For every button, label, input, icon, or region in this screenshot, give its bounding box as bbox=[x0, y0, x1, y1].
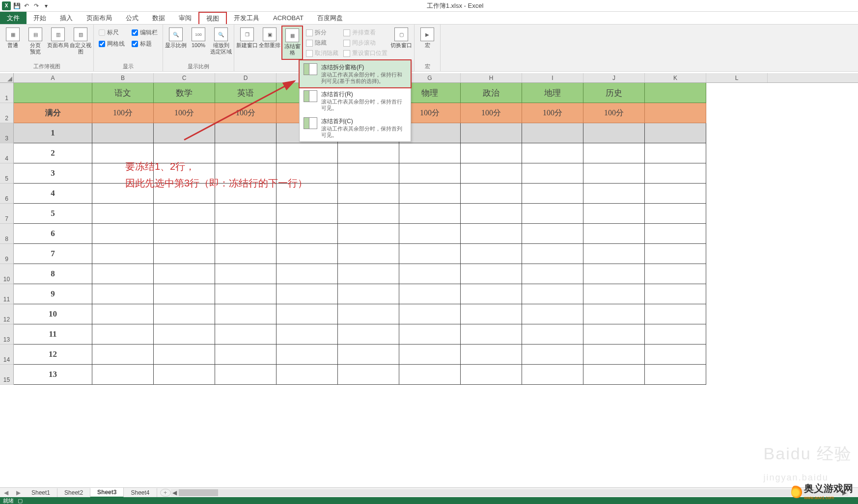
cell[interactable] bbox=[583, 163, 645, 184]
cell[interactable] bbox=[583, 143, 645, 163]
row-header[interactable]: 12 bbox=[0, 304, 14, 324]
switch-window-button[interactable]: ▢切换窗口 bbox=[390, 26, 412, 60]
sync-scroll-button[interactable]: 同步滚动 bbox=[343, 39, 387, 47]
zoom-button[interactable]: 🔍显示比例 bbox=[165, 26, 187, 60]
cell[interactable] bbox=[338, 244, 399, 264]
row-header[interactable]: 4 bbox=[0, 143, 14, 163]
qat-more-icon[interactable]: ▾ bbox=[42, 2, 50, 10]
cell[interactable] bbox=[215, 284, 277, 304]
row-header[interactable]: 6 bbox=[0, 184, 14, 204]
cell[interactable] bbox=[522, 365, 583, 385]
cell[interactable]: 7 bbox=[14, 244, 92, 264]
cell[interactable] bbox=[399, 324, 461, 345]
row-header[interactable]: 9 bbox=[0, 244, 14, 264]
cell[interactable] bbox=[522, 345, 583, 365]
cell[interactable]: 10 bbox=[14, 304, 92, 324]
cell[interactable]: 9 bbox=[14, 284, 92, 304]
row-header[interactable]: 5 bbox=[0, 163, 14, 184]
cell[interactable]: 100分 bbox=[92, 103, 154, 123]
cell[interactable] bbox=[461, 264, 522, 284]
cell[interactable] bbox=[645, 204, 706, 224]
cell[interactable] bbox=[338, 184, 399, 204]
row[interactable]: 1412 bbox=[0, 345, 858, 365]
row[interactable]: 1语文数学英语物理政治地理历史 bbox=[0, 83, 858, 103]
cell[interactable] bbox=[461, 345, 522, 365]
tab-insert[interactable]: 插入 bbox=[53, 12, 80, 24]
cell[interactable] bbox=[522, 264, 583, 284]
cell[interactable]: 3 bbox=[14, 163, 92, 184]
cell[interactable] bbox=[338, 224, 399, 244]
cell[interactable] bbox=[583, 204, 645, 224]
cell[interactable] bbox=[338, 284, 399, 304]
sheet-tab-3[interactable]: Sheet3 bbox=[90, 488, 124, 498]
cell[interactable] bbox=[583, 324, 645, 345]
cell[interactable] bbox=[399, 204, 461, 224]
cell[interactable] bbox=[461, 163, 522, 184]
hide-button[interactable]: 隐藏 bbox=[306, 39, 338, 47]
row-header[interactable]: 15 bbox=[0, 365, 14, 385]
cell[interactable] bbox=[399, 143, 461, 163]
row[interactable]: 86 bbox=[0, 224, 858, 244]
col-header-C[interactable]: C bbox=[154, 73, 215, 82]
formula-bar-checkbox[interactable]: 编辑栏 bbox=[132, 28, 158, 37]
sheet-nav-prev[interactable]: ◀ bbox=[0, 489, 12, 496]
cell[interactable] bbox=[645, 103, 706, 123]
cell[interactable]: 1 bbox=[14, 123, 92, 143]
new-window-button[interactable]: ❐新建窗口 bbox=[236, 26, 258, 60]
cell[interactable] bbox=[338, 304, 399, 324]
cell[interactable] bbox=[338, 365, 399, 385]
cell[interactable] bbox=[338, 345, 399, 365]
col-header-D[interactable]: D bbox=[215, 73, 277, 82]
cell[interactable] bbox=[92, 304, 154, 324]
cell[interactable] bbox=[92, 244, 154, 264]
cell[interactable] bbox=[645, 365, 706, 385]
cell[interactable] bbox=[92, 224, 154, 244]
col-header-B[interactable]: B bbox=[92, 73, 154, 82]
freeze-top-row-item[interactable]: 冻结首行(R)滚动工作表其余部分时，保持首行可见。 bbox=[300, 87, 411, 114]
cell[interactable] bbox=[92, 204, 154, 224]
cell[interactable] bbox=[338, 163, 399, 184]
row-header[interactable]: 11 bbox=[0, 284, 14, 304]
freeze-panes-button[interactable]: ▦冻结窗格 bbox=[281, 26, 303, 60]
row[interactable]: 31 bbox=[0, 123, 858, 143]
cell[interactable] bbox=[399, 224, 461, 244]
cell[interactable] bbox=[461, 123, 522, 143]
zoom-selection-button[interactable]: 🔍缩放到 选定区域 bbox=[210, 26, 232, 60]
cell[interactable] bbox=[154, 304, 215, 324]
cell[interactable] bbox=[399, 284, 461, 304]
cell[interactable] bbox=[154, 284, 215, 304]
cell[interactable]: 100分 bbox=[154, 103, 215, 123]
row-header[interactable]: 2 bbox=[0, 103, 14, 123]
cell[interactable] bbox=[215, 345, 277, 365]
cell[interactable] bbox=[338, 204, 399, 224]
sheet-nav-next[interactable]: ▶ bbox=[12, 489, 25, 496]
scroll-left-icon[interactable]: ◀ bbox=[171, 489, 179, 496]
cell[interactable] bbox=[583, 224, 645, 244]
cell[interactable]: 5 bbox=[14, 204, 92, 224]
cell[interactable] bbox=[92, 324, 154, 345]
cell[interactable] bbox=[645, 304, 706, 324]
unhide-button[interactable]: 取消隐藏 bbox=[306, 49, 338, 57]
cell[interactable] bbox=[461, 224, 522, 244]
col-header-I[interactable]: I bbox=[522, 73, 583, 82]
cell[interactable]: 100分 bbox=[461, 103, 522, 123]
cell[interactable]: 6 bbox=[14, 224, 92, 244]
col-header-H[interactable]: H bbox=[461, 73, 522, 82]
add-sheet-button[interactable]: + bbox=[160, 489, 171, 497]
cell[interactable] bbox=[461, 304, 522, 324]
headings-checkbox[interactable]: 标题 bbox=[132, 40, 158, 48]
cell[interactable] bbox=[461, 184, 522, 204]
cell[interactable] bbox=[215, 244, 277, 264]
cell[interactable] bbox=[215, 264, 277, 284]
cell[interactable] bbox=[14, 83, 92, 103]
cell[interactable]: 英语 bbox=[215, 83, 277, 103]
cell[interactable]: 100分 bbox=[522, 103, 583, 123]
cell[interactable]: 13 bbox=[14, 365, 92, 385]
cell[interactable] bbox=[461, 244, 522, 264]
row-header[interactable]: 13 bbox=[0, 324, 14, 345]
cell[interactable] bbox=[645, 244, 706, 264]
cell[interactable] bbox=[461, 204, 522, 224]
split-button[interactable]: 拆分 bbox=[306, 28, 338, 37]
worksheet-grid[interactable]: A B C D E F G H I J K L 1语文数学英语物理政治地理历史2… bbox=[0, 73, 858, 488]
cell[interactable] bbox=[215, 365, 277, 385]
